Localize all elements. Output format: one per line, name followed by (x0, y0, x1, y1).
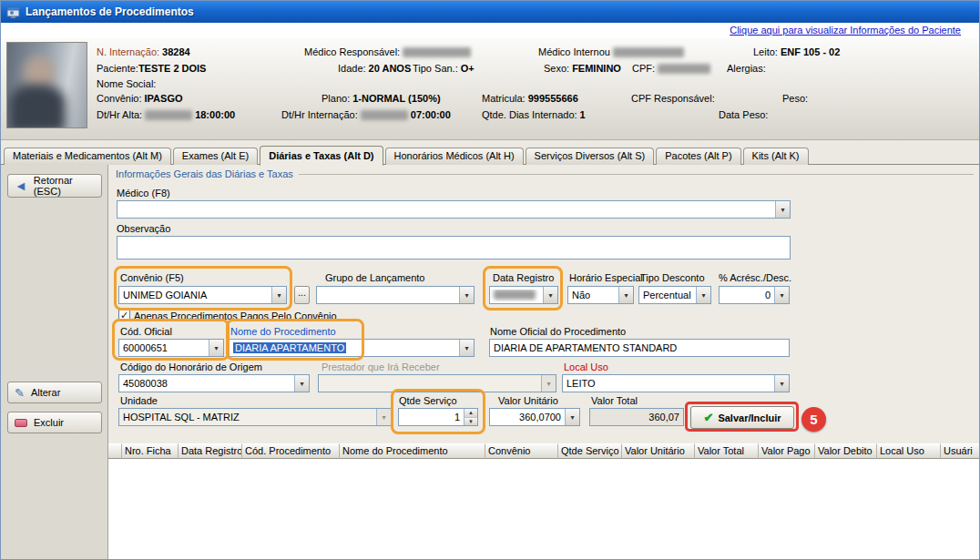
sidebar: ◄ Retornar (ESC) ✎ Alterar Excluir (1, 165, 108, 560)
column-cod-procedimento[interactable]: Cód. Procedimento (242, 443, 340, 459)
salvar-incluir-button[interactable]: ✔ Salvar/Incluir (690, 406, 794, 429)
tab-kits[interactable]: Kits (Alt K) (743, 148, 809, 165)
tipo-desconto-label: Tipo Desconto (640, 272, 705, 283)
retornar-button[interactable]: ◄ Retornar (ESC) (7, 174, 102, 198)
cod-oficial-label: Cód. Oficial (120, 326, 172, 337)
tab-servicos-diversos[interactable]: Serviços Diversos (Alt S) (526, 148, 655, 165)
convenio-browse-button[interactable]: ... (294, 286, 310, 304)
local-uso-combobox[interactable]: LEITO ▾ (562, 374, 790, 392)
field-peso: Peso: (782, 93, 808, 104)
valor-unitario-label: Valor Unitário (498, 395, 558, 406)
chevron-down-icon[interactable]: ▾ (459, 287, 474, 303)
column-valor-pago[interactable]: Valor Pago (759, 443, 815, 459)
checkmark-icon: ✓ (120, 311, 128, 321)
field-cpf-responsavel: CPF Responsável: (631, 93, 715, 104)
chevron-down-icon[interactable]: ▾ (774, 375, 789, 392)
chevron-down-icon[interactable]: ▾ (696, 287, 710, 303)
horario-especial-combobox[interactable]: Não ▾ (567, 286, 634, 304)
selected-text: DIARIA APARTAMENTO (233, 342, 346, 353)
column-convenio[interactable]: Convênio (485, 443, 558, 459)
chevron-down-icon[interactable]: ▾ (775, 201, 790, 218)
chevron-down-icon[interactable]: ▾ (294, 375, 309, 392)
excluir-button[interactable]: Excluir (7, 412, 102, 433)
convenio-combobox[interactable]: UNIMED GOIANIA ▾ (118, 286, 287, 304)
patient-photo (6, 42, 87, 128)
field-data-peso: Data Peso: (719, 109, 768, 120)
valor-unitario-combobox[interactable]: 360,0700 ▾ (489, 408, 580, 426)
tab-exames[interactable]: Exames (Alt E) (173, 148, 258, 165)
apenas-pagos-label[interactable]: Apenas Procedimentos Pagos Pelo Convênio (134, 311, 337, 321)
back-arrow-icon: ◄ (15, 179, 27, 192)
chevron-down-icon[interactable]: ▾ (459, 340, 474, 356)
tab-diarias-taxas[interactable]: Diárias e Taxas (Alt D) (260, 146, 383, 166)
observacao-input[interactable] (117, 236, 791, 260)
redacted-value (658, 64, 710, 74)
patient-info-link[interactable]: Clique aqui para visualizar Informações … (730, 25, 961, 36)
field-n-internacao: N. Internação: 38284 (97, 46, 190, 57)
column-valor-total[interactable]: Valor Total (695, 443, 759, 459)
alterar-button[interactable]: ✎ Alterar (7, 382, 102, 403)
title-bar: Lançamentos de Procedimentos (1, 1, 979, 23)
row-marker-column (108, 443, 122, 459)
column-data-registro[interactable]: Data Registro (179, 443, 242, 459)
chevron-down-icon[interactable]: ▾ (774, 287, 789, 303)
prestador-combobox: ▾ (318, 374, 556, 392)
app-icon (6, 5, 20, 19)
convenio-label: Convênio (F5) (120, 272, 184, 283)
chevron-down-icon[interactable]: ▾ (271, 287, 286, 303)
window-title: Lançamentos de Procedimentos (26, 5, 194, 18)
medico-label: Médico (F8) (117, 188, 170, 199)
field-tipo-san: Tipo San.: O+ (413, 63, 475, 74)
acresc-label: % Acrésc./Desc. (719, 272, 791, 283)
apenas-pagos-checkbox[interactable]: ✓ (118, 310, 130, 321)
cod-honorario-label: Código do Honorário de Origem (120, 361, 262, 372)
nome-oficial-input[interactable]: DIARIA DE APARTAMENTO STANDARD (489, 339, 790, 357)
nome-procedimento-combobox[interactable]: DIARIA APARTAMENTO ▾ (229, 339, 475, 357)
local-uso-label: Local Uso (564, 361, 608, 372)
chevron-down-icon[interactable]: ▾ (209, 340, 223, 356)
tab-bar: Materiais e Medicamentos (Alt M) Exames … (4, 145, 809, 165)
column-local-uso[interactable]: Local Uso (877, 443, 941, 459)
column-nro-ficha[interactable]: Nro. Ficha (122, 443, 179, 459)
valor-total-label: Valor Total (591, 395, 638, 406)
spin-up-icon[interactable]: ▲ (464, 409, 477, 418)
diarias-taxas-form: Informações Gerais das Diárias e Taxas M… (108, 165, 980, 443)
results-table-header: Nro. Ficha Data Registro Cód. Procedimen… (108, 443, 980, 459)
tab-pacotes[interactable]: Pacotes (Alt P) (656, 148, 740, 165)
section-divider (299, 174, 974, 175)
redacted-value (361, 110, 408, 120)
cod-honorario-combobox[interactable]: 45080038 ▾ (118, 374, 310, 392)
chevron-down-icon[interactable]: ▾ (543, 287, 557, 303)
chevron-down-icon[interactable]: ▾ (565, 409, 579, 425)
patient-header: N. Internação: 38284 Médico Responsável:… (1, 38, 979, 140)
prestador-label: Prestador que Irá Receber (322, 361, 440, 372)
section-title: Informações Gerais das Diárias e Taxas (116, 168, 974, 179)
column-nome-procedimento[interactable]: Nome do Procedimento (340, 443, 485, 459)
link-bar: Clique aqui para visualizar Informações … (1, 23, 979, 38)
medico-combobox[interactable]: ▾ (117, 200, 791, 219)
data-registro-combobox[interactable]: ▾ (489, 286, 558, 304)
tipo-desconto-combobox[interactable]: Percentual ▾ (638, 286, 711, 304)
field-paciente: Paciente: TESTE 2 DOIS (97, 63, 206, 74)
tab-honorarios-medicos[interactable]: Honorários Médicos (Alt H) (385, 148, 524, 165)
alterar-label: Alterar (31, 387, 60, 398)
acresc-combobox[interactable]: 0 ▾ (719, 286, 790, 304)
field-idade: Idade: 20 ANOS (338, 63, 411, 74)
redacted-value (613, 47, 684, 57)
field-dthr-alta: Dt/Hr Alta: 18:00:00 (97, 109, 235, 120)
cod-oficial-combobox[interactable]: 60000651 ▾ (118, 339, 224, 357)
field-convenio: Convênio: IPASGO (97, 93, 183, 104)
column-valor-debito[interactable]: Valor Debito (815, 443, 877, 459)
nome-oficial-label: Nome Oficial do Procedimento (490, 326, 626, 337)
tab-materiais-medicamentos[interactable]: Materiais e Medicamentos (Alt M) (4, 148, 171, 165)
spin-down-icon[interactable]: ▼ (464, 418, 477, 426)
column-usuario[interactable]: Usuári (941, 443, 980, 459)
chevron-down-icon[interactable]: ▾ (618, 287, 633, 303)
nome-procedimento-label: Nome do Procedimento (230, 326, 336, 337)
observacao-label: Observação (117, 223, 170, 234)
field-matricula: Matricula: 999555666 (482, 93, 578, 104)
grupo-lancamento-combobox[interactable]: ▾ (316, 286, 475, 304)
qtde-servico-stepper[interactable]: 1 ▲ ▼ (398, 408, 478, 426)
column-valor-unitario[interactable]: Valor Unitário (622, 443, 695, 459)
column-qtde-servico[interactable]: Qtde Serviço (558, 443, 622, 459)
